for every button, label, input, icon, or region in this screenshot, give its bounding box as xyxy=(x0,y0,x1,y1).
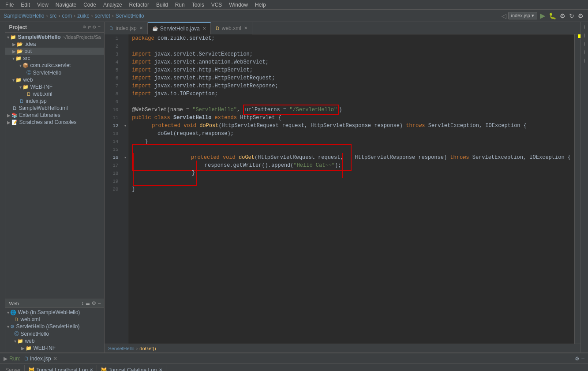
web-settings-icon[interactable]: ⚙ xyxy=(92,300,96,306)
sidebar-sync-icon[interactable]: ⇄ xyxy=(88,24,91,30)
tab-servlethello[interactable]: ☕ ServletHello.java ✕ xyxy=(148,22,211,34)
tree-label-iml: SampleWebHello.iml xyxy=(19,105,67,111)
menu-window[interactable]: Window xyxy=(225,1,251,9)
bottom-tab-tomcat-local[interactable]: 🐱 Tomcat Localhost Log ✕ xyxy=(25,365,97,371)
tree-item-web-root[interactable]: ▾ 🌐 Web (in SampleWebHello) xyxy=(5,309,104,316)
fold-2 xyxy=(122,42,128,50)
menu-tools[interactable]: Tools xyxy=(188,1,208,9)
run-icon[interactable]: ▶ xyxy=(4,356,7,362)
fold-gutter: ▾ ▾ xyxy=(122,34,128,344)
menu-view[interactable]: View xyxy=(34,1,52,9)
file-select[interactable]: index.jsp ▾ xyxy=(508,12,537,19)
run-settings-icon[interactable]: ⚙ xyxy=(575,356,580,362)
bottom-tab-tomcat-local-close[interactable]: ✕ xyxy=(90,367,93,371)
vertical-scrollbar[interactable] xyxy=(574,34,581,344)
menu-file[interactable]: File xyxy=(2,1,17,9)
tree-arrow-package: ▾ xyxy=(19,63,22,68)
menu-build[interactable]: Build xyxy=(153,1,172,9)
sidebar-add-icon[interactable]: ⊕ xyxy=(82,24,86,30)
breadcrumb-com[interactable]: com xyxy=(62,13,72,19)
menu-vcs[interactable]: VCS xyxy=(208,1,226,9)
menu-help[interactable]: Help xyxy=(251,1,270,9)
tree-item-iml[interactable]: 🗋 SampleWebHello.iml xyxy=(5,105,104,112)
menu-analyze[interactable]: Analyze xyxy=(100,1,126,9)
code-content[interactable]: package com.zuikc.servlet; import javax.… xyxy=(128,34,574,344)
menu-edit[interactable]: Edit xyxy=(17,1,34,9)
folder-icon-webinf: 📁 xyxy=(22,84,29,90)
bottom-tab-server[interactable]: Server xyxy=(2,365,25,371)
tree-item-servlet-root[interactable]: ▾ ⚙ ServletHello (/ServletHello) xyxy=(5,323,104,330)
tree-label-servlet-class: ServletHello xyxy=(20,331,49,337)
right-icon-1[interactable]: ⟩ xyxy=(581,24,588,31)
fold-17 xyxy=(122,161,128,169)
fold-11 xyxy=(122,114,128,122)
breadcrumb-zuikc[interactable]: zuikc xyxy=(77,13,89,19)
web-minimize-icon[interactable]: – xyxy=(98,300,101,306)
menu-refactor[interactable]: Refactor xyxy=(126,1,153,9)
tree-item-web-xml2[interactable]: 🗋 web.xml xyxy=(5,316,104,323)
breadcrumb-servlethello[interactable]: ServletHello xyxy=(116,13,144,19)
tree-item-extlibs[interactable]: ▶ 📚 External Libraries xyxy=(5,112,104,119)
tab-webxml[interactable]: 🗋 web.xml ✕ xyxy=(211,22,252,34)
web-group-icon[interactable]: ⚌ xyxy=(86,300,90,306)
tree-label-webinf2: WEB-INF xyxy=(33,345,56,351)
breadcrumb-project[interactable]: SampleWebHello xyxy=(4,13,45,19)
tree-item-scratches[interactable]: ▶ 📝 Scratches and Consoles xyxy=(5,119,104,126)
bottom-panel: ▶ Run: 🗋 index.jsp ✕ ⚙ – Server 🐱 Tomcat… xyxy=(0,352,588,371)
tree-item-webinf[interactable]: ▾ 📁 WEB-INF xyxy=(5,83,104,90)
fold-16[interactable]: ▾ xyxy=(122,154,128,161)
tree-item-src[interactable]: ▾ 📁 src xyxy=(5,55,104,62)
menu-run[interactable]: Run xyxy=(172,1,188,9)
build-btn[interactable]: ⚙ xyxy=(560,12,566,19)
run-minimize-icon[interactable]: – xyxy=(581,356,584,362)
fold-icon-12[interactable]: ▾ xyxy=(124,124,126,128)
servlet-icon: ⚙ xyxy=(10,324,15,330)
fold-icon-16[interactable]: ▾ xyxy=(124,155,126,160)
project-tree: ▾ 📁 SampleWebHello ~/IdeaProjects/Sa ▶ 📂… xyxy=(5,33,104,299)
tree-item-webinf2[interactable]: ▶ 📁 WEB-INF xyxy=(5,345,104,352)
linenum-13: 13 xyxy=(108,130,118,138)
tree-label-out: out xyxy=(24,48,32,54)
right-icon-4[interactable]: ⟩ xyxy=(581,49,588,56)
bottom-tab-tomcat-catalina-close[interactable]: ✕ xyxy=(159,367,162,371)
back-icon[interactable]: ◁ xyxy=(502,12,506,19)
debug-btn[interactable]: 🐛 xyxy=(549,12,556,19)
tree-item-webxml[interactable]: 🗋 web.xml xyxy=(5,90,104,97)
folder-icon-web: 📁 xyxy=(15,77,22,83)
sidebar-settings-icon[interactable]: ⚙ xyxy=(93,24,96,30)
tree-item-indexjsp[interactable]: 🗋 index.jsp xyxy=(5,97,104,105)
linenum-20: 20 xyxy=(108,185,118,193)
bottom-tab-tomcat-catalina[interactable]: 🐱 Tomcat Catalina Log ✕ xyxy=(97,365,166,371)
toolbar-right: ◁ index.jsp ▾ ▶ 🐛 ⚙ ↻ ⚙ xyxy=(502,11,584,20)
right-icon-3[interactable]: ⟩ xyxy=(581,41,588,48)
bottom-tab-tomcat-local-label: Tomcat Localhost Log xyxy=(36,367,88,371)
breadcrumb-src[interactable]: src xyxy=(50,13,57,19)
tab-indexjsp[interactable]: 🗋 index.jsp ✕ xyxy=(105,22,147,34)
web-sort-icon[interactable]: ↕ xyxy=(82,300,84,306)
right-icon-5[interactable]: ⟩ xyxy=(581,57,588,64)
tab-servlethello-close[interactable]: ✕ xyxy=(202,26,206,31)
tree-item-package[interactable]: ▾ 📦 com.zuikc.servlet xyxy=(5,62,104,69)
menu-bar: File Edit View Navigate Code Analyze Ref… xyxy=(0,0,588,10)
update-btn[interactable]: ↻ xyxy=(569,12,574,19)
tree-item-servlet-class[interactable]: Ⓒ ServletHello xyxy=(5,330,104,337)
tab-webxml-close[interactable]: ✕ xyxy=(244,26,247,30)
xml-icon-webxml: 🗋 xyxy=(26,91,31,97)
tree-item-servlethello[interactable]: Ⓒ ServletHello xyxy=(5,69,104,76)
tree-item-root[interactable]: ▾ 📁 SampleWebHello ~/IdeaProjects/Sa xyxy=(5,34,104,41)
tree-item-out[interactable]: ▶ 📂 out xyxy=(5,48,104,55)
code-line-9 xyxy=(132,98,571,106)
menu-navigate[interactable]: Navigate xyxy=(52,1,80,9)
settings-btn[interactable]: ⚙ xyxy=(578,12,584,19)
sidebar-close-icon[interactable]: – xyxy=(97,24,101,30)
tree-item-web[interactable]: ▾ 📁 web xyxy=(5,76,104,83)
run-btn[interactable]: ▶ xyxy=(540,11,545,20)
tree-item-web-folder2[interactable]: ▾ 📁 web xyxy=(5,337,104,345)
run-tab-close[interactable]: ✕ xyxy=(53,356,57,362)
menu-code[interactable]: Code xyxy=(80,1,100,9)
tab-indexjsp-close[interactable]: ✕ xyxy=(139,26,143,30)
right-icon-2[interactable]: ⟩ xyxy=(581,32,588,39)
breadcrumb-servlet[interactable]: servlet xyxy=(95,13,110,19)
tree-item-idea[interactable]: ▶ 📂 .idea xyxy=(5,41,104,48)
fold-12[interactable]: ▾ xyxy=(122,122,128,130)
